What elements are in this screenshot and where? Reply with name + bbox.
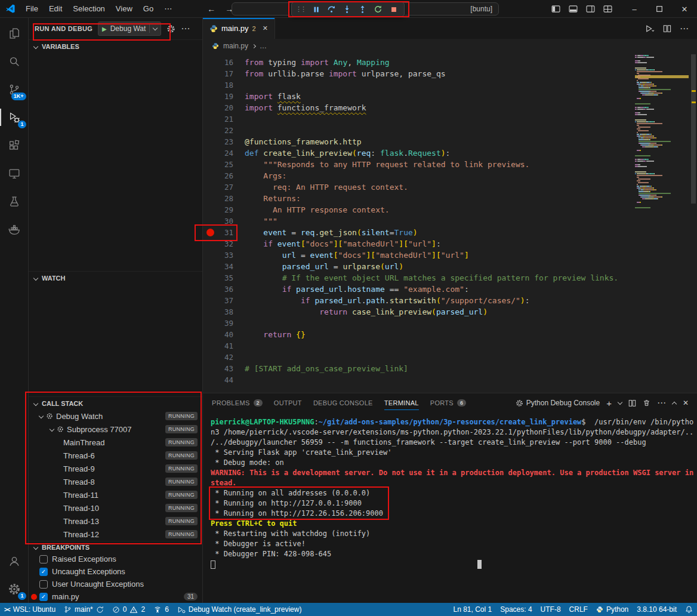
menu-x[interactable]: ⋯: [159, 0, 177, 18]
maximize-button[interactable]: [647, 0, 672, 18]
section-watch[interactable]: WATCH: [29, 271, 202, 284]
line-number[interactable]: 36: [217, 285, 245, 294]
code-line-33[interactable]: url = event["docs"]["matchedUrl"]["url"]: [245, 250, 697, 261]
git-branch-item[interactable]: main*: [60, 603, 108, 616]
breakpoint-checkbox[interactable]: ✓: [39, 568, 48, 576]
code-line-23[interactable]: @functions_framework.http: [245, 136, 697, 147]
line-number[interactable]: 29: [217, 205, 245, 214]
breakpoint-checkbox[interactable]: ✓: [39, 593, 48, 601]
line-number[interactable]: 38: [217, 307, 245, 316]
line-number[interactable]: 35: [217, 273, 245, 282]
pause-button[interactable]: [309, 3, 323, 16]
code-line-31[interactable]: event = req.get_json(silent=True): [245, 227, 697, 238]
terminal-dropdown-icon[interactable]: [618, 399, 622, 404]
views-more-actions-icon[interactable]: ⋯: [181, 23, 190, 34]
call-stack-row-thread-6[interactable]: Thread-6RUNNING: [29, 449, 202, 462]
line-number[interactable]: 32: [217, 239, 245, 248]
close-window-button[interactable]: ✕: [672, 0, 697, 18]
code-line-41[interactable]: [245, 340, 697, 352]
encoding[interactable]: UTF-8: [536, 603, 565, 616]
chevron-down-icon[interactable]: [50, 427, 54, 432]
terminal-scrollbar-thumb[interactable]: [477, 560, 482, 569]
eol-sequence[interactable]: CRLF: [565, 603, 592, 616]
code-line-19[interactable]: import flask: [245, 91, 697, 102]
notifications-bell[interactable]: [681, 603, 697, 616]
gutter-glyph[interactable]: [203, 229, 217, 236]
step-into-button[interactable]: [340, 3, 354, 16]
indentation[interactable]: Spaces: 4: [496, 603, 536, 616]
start-debug-icon[interactable]: ▶: [102, 26, 107, 32]
menu-view[interactable]: View: [110, 0, 138, 18]
panel-tab-terminal[interactable]: TERMINAL: [384, 393, 419, 412]
line-number[interactable]: 16: [217, 58, 245, 67]
call-stack-row-debug-watch[interactable]: Debug WatchRUNNING: [29, 409, 202, 423]
editor-scrollbar[interactable]: [690, 53, 697, 393]
code-line-30[interactable]: """: [245, 215, 697, 227]
line-number[interactable]: 40: [217, 330, 245, 339]
kill-terminal-icon[interactable]: [643, 399, 650, 407]
menu-go[interactable]: Go: [138, 0, 159, 18]
code-line-34[interactable]: parsed_url = urlparse(url): [245, 261, 697, 272]
breadcrumb[interactable]: main.py …: [203, 39, 697, 53]
line-number[interactable]: 24: [217, 149, 245, 158]
line-number[interactable]: 43: [217, 364, 245, 373]
activity-testing[interactable]: [0, 187, 29, 215]
code-line-21[interactable]: [245, 113, 697, 125]
code-line-36[interactable]: if parsed_url.hostname == "example.com":: [245, 284, 697, 295]
split-terminal-icon[interactable]: [628, 399, 636, 407]
breakpoint-row-raised-exceptions[interactable]: Raised Exceptions: [29, 553, 202, 565]
menu-selection[interactable]: Selection: [67, 0, 110, 18]
line-number[interactable]: 33: [217, 251, 245, 260]
activity-explorer[interactable]: [0, 19, 29, 47]
line-number[interactable]: 20: [217, 103, 245, 112]
code-line-20[interactable]: import functions_framework: [245, 102, 697, 113]
panel-tab-problems[interactable]: PROBLEMS2: [212, 393, 263, 412]
panel-tab-output[interactable]: OUTPUT: [274, 393, 302, 412]
line-number[interactable]: 44: [217, 375, 245, 384]
ports-item[interactable]: 6: [149, 603, 173, 616]
cursor-position[interactable]: Ln 81, Col 1: [449, 603, 496, 616]
interpreter-version[interactable]: 3.8.10 64-bit: [633, 603, 681, 616]
code-line-44[interactable]: [245, 374, 697, 386]
run-python-file-icon[interactable]: [645, 24, 655, 33]
line-number[interactable]: 31: [217, 228, 245, 237]
drag-handle-icon[interactable]: ⋮⋮: [295, 5, 305, 13]
breakpoint-row-main-py[interactable]: ✓main.py31: [29, 590, 202, 603]
code-line-17[interactable]: from urllib.parse import urlparse, parse…: [245, 68, 697, 79]
code-line-37[interactable]: if parsed_url.path.startswith("/support/…: [245, 295, 697, 306]
toggle-secondary-sidebar-icon[interactable]: [586, 5, 595, 13]
tab-close-icon[interactable]: ✕: [263, 24, 268, 32]
settings-button[interactable]: 1: [0, 575, 29, 603]
panel-tab-ports[interactable]: PORTS6: [430, 393, 467, 412]
code-line-25[interactable]: """Responds to any HTTP request related …: [245, 159, 697, 170]
language-mode[interactable]: Python: [592, 603, 633, 616]
customize-layout-icon[interactable]: [603, 5, 612, 13]
close-panel-icon[interactable]: ✕: [683, 399, 689, 407]
problems-item[interactable]: 0 2: [108, 603, 149, 616]
panel-tab-debug-console[interactable]: DEBUG CONSOLE: [313, 393, 373, 412]
call-stack-row-thread-9[interactable]: Thread-9RUNNING: [29, 462, 202, 475]
breadcrumb-file[interactable]: main.py: [223, 42, 248, 50]
line-number[interactable]: 21: [217, 115, 245, 124]
breakpoint-checkbox[interactable]: [39, 555, 48, 563]
call-stack-row-thread-13[interactable]: Thread-13RUNNING: [29, 515, 202, 528]
activity-run-debug[interactable]: 1: [0, 103, 29, 131]
line-number[interactable]: 19: [217, 92, 245, 101]
breadcrumb-symbol[interactable]: …: [260, 42, 267, 50]
call-stack-row-mainthread[interactable]: MainThreadRUNNING: [29, 436, 202, 449]
line-number[interactable]: 34: [217, 262, 245, 271]
breakpoint-row-uncaught-exceptions[interactable]: ✓Uncaught Exceptions: [29, 565, 202, 578]
maximize-panel-icon[interactable]: [672, 401, 677, 406]
line-number[interactable]: 41: [217, 341, 245, 350]
line-number[interactable]: 30: [217, 217, 245, 226]
menu-file[interactable]: File: [20, 0, 44, 18]
back-arrow-icon[interactable]: ←: [207, 4, 215, 14]
scrollbar-thumb[interactable]: [691, 54, 696, 204]
terminal-output[interactable]: pierrick@LAPTOP-HKU5PNNG:~/git/add-ons-s…: [203, 412, 697, 603]
debug-config-dropdown[interactable]: ▶ Debug Wat: [98, 21, 161, 36]
restart-button[interactable]: [371, 3, 385, 16]
line-number[interactable]: 42: [217, 353, 245, 362]
debug-status-item[interactable]: Debug Watch (create_link_preview): [173, 603, 306, 616]
activity-source-control[interactable]: 1K+: [0, 75, 29, 103]
activity-extensions[interactable]: [0, 131, 29, 159]
